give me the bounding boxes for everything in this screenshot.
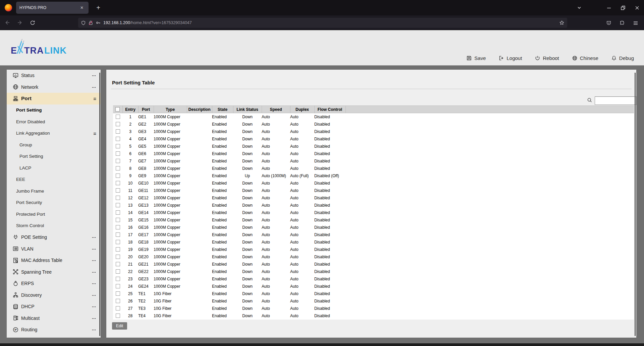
bookmark-star-icon[interactable] [559,20,565,25]
sidebar-scrollbar[interactable] [99,73,100,336]
firefox-icon[interactable] [5,4,12,11]
overflow-dots-icon[interactable]: … [92,245,97,250]
refresh-icon[interactable] [27,17,38,28]
close-button[interactable] [630,0,644,15]
row-checkbox[interactable] [116,196,120,200]
logout-button[interactable]: Logout [498,55,522,61]
column-header[interactable]: State [212,106,233,113]
row-checkbox[interactable] [116,247,120,252]
reboot-button[interactable]: Reboot [535,55,559,61]
sidebar-item-lacp[interactable]: LACP [7,162,101,174]
sidebar-item-port-setting[interactable]: Port Setting [7,151,101,162]
row-checkbox[interactable] [116,218,120,222]
overflow-dots-icon[interactable]: … [92,72,97,77]
row-checkbox[interactable] [116,144,120,148]
row-checkbox[interactable] [116,225,120,229]
row-checkbox[interactable] [116,306,120,310]
overflow-dots-icon[interactable]: … [92,257,97,262]
row-checkbox[interactable] [116,262,120,266]
sidebar-item-mac-address-table[interactable]: MAC Address Table… [7,255,101,266]
browser-tab[interactable]: HYPNOS PRO ✕ [16,2,89,14]
row-checkbox[interactable] [116,291,120,296]
row-checkbox[interactable] [116,232,120,237]
row-checkbox[interactable] [116,299,120,303]
sidebar-item-link-aggregation[interactable]: Link Aggregation≡ [7,128,101,139]
row-checkbox[interactable] [116,166,120,170]
sidebar-item-protected-port[interactable]: Protected Port [7,208,101,220]
row-checkbox[interactable] [116,151,120,156]
debug-button[interactable]: Debug [611,55,634,61]
sidebar-item-poe-setting[interactable]: POE Setting… [7,231,101,243]
sidebar-item-discovery[interactable]: Discovery… [7,289,101,301]
row-checkbox[interactable] [116,159,120,163]
extensions-puzzle-icon[interactable] [616,18,628,28]
overflow-dots-icon[interactable]: … [92,291,97,296]
sidebar-item-group[interactable]: Group [7,139,101,151]
new-tab-button[interactable]: + [93,3,103,13]
sidebar-item-status[interactable]: Status… [7,70,101,81]
back-icon[interactable] [1,17,13,28]
row-checkbox[interactable] [116,210,120,215]
row-checkbox[interactable] [116,137,120,141]
chinese-button[interactable]: Chinese [572,55,598,61]
restore-button[interactable] [616,0,630,15]
pocket-icon[interactable] [603,18,614,28]
row-checkbox[interactable] [116,203,120,207]
row-checkbox[interactable] [116,277,120,281]
content-scrollbar[interactable] [635,73,636,336]
row-checkbox[interactable] [116,284,120,288]
sidebar-item-jumbo-frame[interactable]: Jumbo Frame [7,185,101,197]
insecure-lock-icon[interactable] [88,20,93,25]
select-all-checkbox[interactable] [115,107,120,112]
overflow-dots-icon[interactable]: … [92,83,97,88]
edit-button[interactable]: Edit [112,322,127,330]
minimize-button[interactable] [602,0,616,15]
row-checkbox[interactable] [116,269,120,274]
sidebar-item-eee[interactable]: EEE [7,174,101,186]
column-header[interactable]: Flow Control [314,106,345,113]
overflow-dots-icon[interactable]: … [92,268,97,273]
overflow-dots-icon[interactable]: … [92,234,97,239]
column-header[interactable]: Duplex [290,106,314,113]
sidebar-item-routing[interactable]: IPRouting… [7,324,101,336]
row-checkbox[interactable] [116,188,120,193]
column-header[interactable]: Description [187,106,212,113]
row-checkbox[interactable] [116,122,120,126]
column-header[interactable]: Speed [262,106,290,113]
overflow-dots-icon[interactable]: … [92,280,97,285]
sidebar-item-port-security[interactable]: Port Security [7,197,101,209]
row-checkbox[interactable] [116,314,120,318]
save-button[interactable]: Save [466,55,486,61]
search-input[interactable] [595,96,636,105]
sidebar-item-multicast[interactable]: Multicast… [7,313,101,324]
sidebar-item-storm-control[interactable]: Storm Control [7,220,101,232]
sidebar-item-network[interactable]: Network… [7,81,101,93]
overflow-dots-icon[interactable]: … [92,303,97,308]
sidebar-item-error-disabled[interactable]: Error Disabled [7,116,101,128]
row-checkbox[interactable] [116,255,120,259]
saved-login-key-icon[interactable] [96,20,101,25]
column-header[interactable] [345,106,634,113]
row-checkbox[interactable] [116,115,120,119]
row-checkbox[interactable] [116,181,120,185]
row-checkbox[interactable] [116,174,120,178]
sidebar-item-port-setting[interactable]: Port Setting [7,105,101,116]
sidebar-item-port[interactable]: Port≡ [7,93,101,105]
hamburger-menu-icon[interactable] [630,18,641,28]
submenu-lines-icon[interactable]: ≡ [93,130,97,136]
sidebar-item-dhcp[interactable]: DHCP… [7,301,101,313]
row-checkbox[interactable] [116,129,120,134]
row-checkbox[interactable] [116,240,120,244]
tab-close-icon[interactable]: ✕ [78,5,85,11]
forward-icon[interactable] [14,17,25,28]
sidebar-item-erps[interactable]: ERPS… [7,278,101,289]
shield-icon[interactable] [81,20,86,25]
column-header[interactable]: Entry [122,106,138,113]
sidebar-item-spanning-tree[interactable]: Spanning Tree… [7,266,101,278]
column-header[interactable]: Link Status [233,106,262,113]
column-header[interactable]: Type [154,106,187,113]
overflow-dots-icon[interactable]: … [92,326,97,331]
column-header[interactable]: Port [138,106,154,113]
tab-list-chevron-icon[interactable] [572,0,586,15]
url-bar[interactable]: 192.168.1.200/home.html?ver=167532903404… [78,18,567,28]
